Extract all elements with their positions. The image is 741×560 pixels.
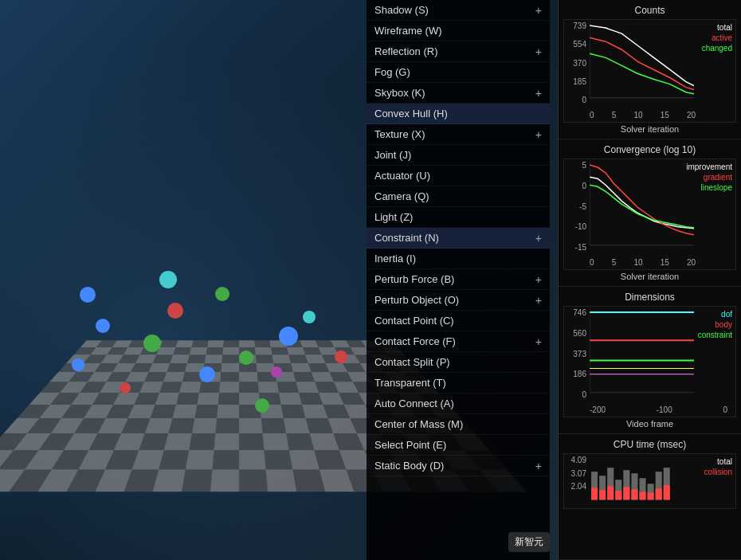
dimensions-y-labels: 746 560 373 186 0 xyxy=(564,307,590,401)
svg-rect-24 xyxy=(656,488,662,499)
menu-item-a[interactable]: Auto Connect (A) xyxy=(367,394,550,414)
svg-rect-25 xyxy=(664,485,670,499)
scene-object xyxy=(335,350,347,363)
menu-item-label: Wireframe (W) xyxy=(374,25,442,37)
menu-item-r[interactable]: Reflection (R)+ xyxy=(367,41,550,62)
watermark: 新智元 xyxy=(508,532,550,552)
menu-item-label: Auto Connect (A) xyxy=(374,397,454,409)
menu-item-label: Texture (X) xyxy=(374,128,425,140)
menu-item-x[interactable]: Texture (X)+ xyxy=(367,124,550,145)
plus-icon[interactable]: + xyxy=(535,45,542,58)
menu-item-h[interactable]: Convex Hull (H) xyxy=(367,104,550,124)
plus-icon[interactable]: + xyxy=(535,335,542,348)
menu-item-p[interactable]: Contact Split (P) xyxy=(367,352,550,373)
plus-icon[interactable]: + xyxy=(535,87,542,100)
dimensions-title: Dimensions xyxy=(563,292,736,303)
dimensions-svg xyxy=(590,308,694,397)
menu-item-label: Joint (J) xyxy=(374,149,411,161)
menu-item-label: Reflection (R) xyxy=(374,45,437,57)
menu-item-label: Actuator (U) xyxy=(374,170,430,182)
plus-icon[interactable]: + xyxy=(535,232,542,245)
convergence-title: Convergence (log 10) xyxy=(563,144,736,155)
plus-icon[interactable]: + xyxy=(535,4,542,17)
dimensions-chart: 746 560 373 186 0 -200 -1 xyxy=(563,306,736,417)
menu-item-j[interactable]: Joint (J) xyxy=(367,145,550,166)
scene-object xyxy=(72,358,84,371)
right-panel: Counts 739 554 370 185 0 0 xyxy=(558,0,741,560)
convergence-x-labels: 0 5 10 15 20 xyxy=(590,255,696,269)
menu-item-z[interactable]: Light (Z) xyxy=(367,207,550,228)
svg-rect-19 xyxy=(615,491,621,499)
menu-item-f[interactable]: Contact Force (F)+ xyxy=(367,331,550,352)
plus-icon[interactable]: + xyxy=(535,460,542,472)
cpu-svg xyxy=(590,456,694,503)
svg-rect-22 xyxy=(639,491,645,499)
menu-item-o[interactable]: Perturb Object (O)+ xyxy=(367,290,550,311)
scene-object xyxy=(215,287,229,301)
plus-icon[interactable]: + xyxy=(535,273,542,286)
plus-icon[interactable]: + xyxy=(535,294,542,307)
menu-item-label: Shadow (S) xyxy=(374,4,429,16)
convergence-chart: 5 0 -5 -10 -15 0 5 10 15 20 xyxy=(563,159,736,270)
menu-item-k[interactable]: Skybox (K)+ xyxy=(367,83,550,104)
menu-item-label: Convex Hull (H) xyxy=(374,108,448,119)
scene-object xyxy=(255,398,269,413)
menu-item-label: Contact Point (C) xyxy=(374,315,454,327)
svg-rect-23 xyxy=(648,492,654,499)
menu-item-label: Contact Split (P) xyxy=(374,356,450,368)
menu-item-label: Center of Mass (M) xyxy=(374,418,463,430)
menu-item-n[interactable]: Constraint (N)+ xyxy=(367,228,550,249)
menu-item-t[interactable]: Transparent (T) xyxy=(367,373,550,394)
menu-item-label: Camera (Q) xyxy=(374,190,429,202)
convergence-y-labels: 5 0 -5 -10 -15 xyxy=(564,159,590,253)
menu-item-label: Fog (G) xyxy=(374,66,410,78)
menu-item-e[interactable]: Select Point (E) xyxy=(367,435,550,456)
svg-rect-18 xyxy=(607,486,614,499)
dimensions-x-labels: -200 -100 0 xyxy=(590,402,727,417)
menu-item-label: Light (Z) xyxy=(374,211,413,223)
menu-item-d[interactable]: Static Body (D)+ xyxy=(367,456,550,476)
menu-item-label: Transparent (T) xyxy=(374,377,446,389)
cpu-y-labels: 4.09 3.07 2.04 xyxy=(564,454,590,492)
menu-item-label: Contact Force (F) xyxy=(374,335,456,347)
scene-object xyxy=(120,382,131,394)
counts-axis-label: Solver iteration xyxy=(563,124,736,134)
scene-object xyxy=(159,271,177,288)
menu-item-label: Select Point (E) xyxy=(374,439,446,451)
counts-y-labels: 739 554 370 185 0 xyxy=(564,20,590,106)
counts-legend: total active changed xyxy=(702,23,732,53)
menu-item-label: Skybox (K) xyxy=(374,87,425,99)
menu-item-g[interactable]: Fog (G) xyxy=(367,62,550,83)
menu-item-b[interactable]: Perturb Force (B)+ xyxy=(367,269,550,290)
scene-object xyxy=(279,327,298,346)
counts-section: Counts 739 554 370 185 0 0 xyxy=(559,0,741,139)
scene-object xyxy=(143,335,161,352)
menu-item-w[interactable]: Wireframe (W) xyxy=(367,21,550,41)
cpu-chart: 4.09 3.07 2.04 xyxy=(563,453,736,509)
menu-item-u[interactable]: Actuator (U) xyxy=(367,166,550,186)
menu-item-s[interactable]: Shadow (S)+ xyxy=(367,0,550,21)
plus-icon[interactable]: + xyxy=(535,128,542,141)
menu-items-container: Shadow (S)+Wireframe (W)Reflection (R)+F… xyxy=(367,0,550,476)
menu-item-c[interactable]: Contact Point (C) xyxy=(367,311,550,331)
menu-item-label: Inertia (I) xyxy=(374,253,416,264)
menu-item-label: Constraint (N) xyxy=(374,232,439,244)
scene-object xyxy=(96,319,110,333)
scene-object xyxy=(199,366,215,382)
scene-object xyxy=(80,287,96,303)
counts-svg xyxy=(590,22,694,102)
convergence-svg xyxy=(590,161,694,249)
convergence-axis-label: Solver iteration xyxy=(563,272,736,281)
scene-object xyxy=(167,303,183,319)
convergence-legend: improvement gradient lineslope xyxy=(686,163,732,192)
convergence-section: Convergence (log 10) 5 0 -5 -10 -15 0 xyxy=(559,139,741,287)
cpu-title: CPU time (msec) xyxy=(563,439,736,450)
menu-item-q[interactable]: Camera (Q) xyxy=(367,186,550,207)
menu-item-m[interactable]: Center of Mass (M) xyxy=(367,414,550,435)
menu-item-i[interactable]: Inertia (I) xyxy=(367,249,550,269)
menu-item-label: Static Body (D) xyxy=(374,460,444,472)
viewport[interactable]: Shadow (S)+Wireframe (W)Reflection (R)+F… xyxy=(0,0,558,560)
cpu-legend: total collision xyxy=(704,457,732,476)
dimensions-axis-label: Video frame xyxy=(563,419,736,429)
counts-chart: 739 554 370 185 0 0 5 10 15 xyxy=(563,19,736,123)
